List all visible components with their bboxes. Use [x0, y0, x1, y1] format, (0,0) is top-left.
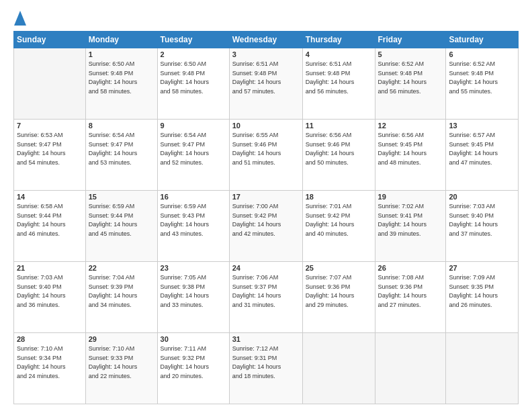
- svg-marker-0: [14, 11, 26, 26]
- calendar-cell: 4Sunrise: 6:51 AM Sunset: 9:48 PM Daylig…: [302, 48, 375, 120]
- day-info: Sunrise: 7:11 AM Sunset: 9:32 PM Dayligh…: [161, 345, 226, 381]
- calendar-day-header: Thursday: [302, 32, 375, 48]
- calendar-week-row: 1Sunrise: 6:50 AM Sunset: 9:48 PM Daylig…: [14, 48, 519, 120]
- calendar-cell: 11Sunrise: 6:56 AM Sunset: 9:46 PM Dayli…: [302, 120, 375, 191]
- calendar-week-row: 7Sunrise: 6:53 AM Sunset: 9:47 PM Daylig…: [14, 120, 519, 191]
- day-info: Sunrise: 6:52 AM Sunset: 9:48 PM Dayligh…: [449, 60, 515, 96]
- day-number: 3: [232, 50, 300, 58]
- day-info: Sunrise: 6:50 AM Sunset: 9:48 PM Dayligh…: [161, 60, 226, 96]
- day-info: Sunrise: 7:10 AM Sunset: 9:34 PM Dayligh…: [17, 345, 83, 381]
- day-info: Sunrise: 7:10 AM Sunset: 9:33 PM Dayligh…: [89, 345, 154, 381]
- day-info: Sunrise: 7:09 AM Sunset: 9:35 PM Dayligh…: [449, 273, 515, 310]
- day-number: 12: [378, 122, 443, 130]
- day-number: 8: [89, 122, 154, 130]
- day-number: 4: [306, 50, 372, 58]
- calendar-cell: 17Sunrise: 7:00 AM Sunset: 9:42 PM Dayli…: [229, 191, 302, 262]
- calendar-cell: 6Sunrise: 6:52 AM Sunset: 9:48 PM Daylig…: [446, 48, 519, 120]
- logo-icon: [14, 11, 26, 26]
- calendar-cell: [14, 48, 86, 120]
- calendar-cell: 12Sunrise: 6:56 AM Sunset: 9:45 PM Dayli…: [375, 120, 446, 191]
- calendar-cell: 30Sunrise: 7:11 AM Sunset: 9:32 PM Dayli…: [157, 333, 229, 404]
- day-info: Sunrise: 7:12 AM Sunset: 9:31 PM Dayligh…: [232, 345, 300, 381]
- day-number: 25: [306, 264, 372, 272]
- calendar-cell: 27Sunrise: 7:09 AM Sunset: 9:35 PM Dayli…: [446, 262, 519, 333]
- day-info: Sunrise: 6:54 AM Sunset: 9:47 PM Dayligh…: [89, 131, 154, 167]
- day-number: 19: [378, 193, 443, 201]
- calendar-day-header: Friday: [375, 32, 446, 48]
- calendar-cell: 2Sunrise: 6:50 AM Sunset: 9:48 PM Daylig…: [157, 48, 229, 120]
- day-number: 13: [449, 122, 515, 130]
- calendar-cell: 21Sunrise: 7:03 AM Sunset: 9:40 PM Dayli…: [14, 262, 86, 333]
- day-info: Sunrise: 7:02 AM Sunset: 9:41 PM Dayligh…: [378, 202, 443, 238]
- calendar-cell: 14Sunrise: 6:58 AM Sunset: 9:44 PM Dayli…: [14, 191, 86, 262]
- day-info: Sunrise: 7:01 AM Sunset: 9:42 PM Dayligh…: [306, 202, 372, 238]
- calendar-cell: 5Sunrise: 6:52 AM Sunset: 9:48 PM Daylig…: [375, 48, 446, 120]
- calendar-cell: [302, 333, 375, 404]
- day-info: Sunrise: 6:54 AM Sunset: 9:47 PM Dayligh…: [161, 131, 226, 167]
- day-info: Sunrise: 6:55 AM Sunset: 9:46 PM Dayligh…: [232, 131, 300, 167]
- calendar-cell: 1Sunrise: 6:50 AM Sunset: 9:48 PM Daylig…: [85, 48, 157, 120]
- day-number: 29: [89, 335, 154, 343]
- calendar-cell: 7Sunrise: 6:53 AM Sunset: 9:47 PM Daylig…: [14, 120, 86, 191]
- day-number: 16: [161, 193, 226, 201]
- day-info: Sunrise: 7:07 AM Sunset: 9:36 PM Dayligh…: [306, 273, 372, 310]
- calendar-day-header: Tuesday: [157, 32, 229, 48]
- day-info: Sunrise: 7:08 AM Sunset: 9:36 PM Dayligh…: [378, 273, 443, 310]
- calendar-header-row: SundayMondayTuesdayWednesdayThursdayFrid…: [14, 32, 519, 48]
- day-info: Sunrise: 7:06 AM Sunset: 9:37 PM Dayligh…: [232, 273, 300, 310]
- day-number: 24: [232, 264, 300, 272]
- calendar-cell: [375, 333, 446, 404]
- day-number: 7: [17, 122, 83, 130]
- calendar-cell: 13Sunrise: 6:57 AM Sunset: 9:45 PM Dayli…: [446, 120, 519, 191]
- calendar-cell: 22Sunrise: 7:04 AM Sunset: 9:39 PM Dayli…: [85, 262, 157, 333]
- calendar-cell: 19Sunrise: 7:02 AM Sunset: 9:41 PM Dayli…: [375, 191, 446, 262]
- calendar-cell: 10Sunrise: 6:55 AM Sunset: 9:46 PM Dayli…: [229, 120, 302, 191]
- day-number: 20: [449, 193, 515, 201]
- day-info: Sunrise: 7:03 AM Sunset: 9:40 PM Dayligh…: [449, 202, 515, 238]
- day-number: 9: [161, 122, 226, 130]
- calendar-cell: 25Sunrise: 7:07 AM Sunset: 9:36 PM Dayli…: [302, 262, 375, 333]
- day-info: Sunrise: 6:50 AM Sunset: 9:48 PM Dayligh…: [89, 60, 154, 96]
- calendar-cell: 3Sunrise: 6:51 AM Sunset: 9:48 PM Daylig…: [229, 48, 302, 120]
- calendar-table: SundayMondayTuesdayWednesdayThursdayFrid…: [13, 31, 519, 404]
- calendar-cell: 28Sunrise: 7:10 AM Sunset: 9:34 PM Dayli…: [14, 333, 86, 404]
- day-number: 1: [89, 50, 154, 58]
- calendar-week-row: 21Sunrise: 7:03 AM Sunset: 9:40 PM Dayli…: [14, 262, 519, 333]
- page: SundayMondayTuesdayWednesdayThursdayFrid…: [0, 0, 532, 411]
- calendar-week-row: 14Sunrise: 6:58 AM Sunset: 9:44 PM Dayli…: [14, 191, 519, 262]
- day-info: Sunrise: 7:05 AM Sunset: 9:38 PM Dayligh…: [161, 273, 226, 310]
- day-info: Sunrise: 6:51 AM Sunset: 9:48 PM Dayligh…: [306, 60, 372, 96]
- day-info: Sunrise: 6:56 AM Sunset: 9:45 PM Dayligh…: [378, 131, 443, 167]
- calendar-cell: 24Sunrise: 7:06 AM Sunset: 9:37 PM Dayli…: [229, 262, 302, 333]
- calendar-cell: 8Sunrise: 6:54 AM Sunset: 9:47 PM Daylig…: [85, 120, 157, 191]
- day-number: 23: [161, 264, 226, 272]
- day-number: 28: [17, 335, 83, 343]
- day-info: Sunrise: 6:52 AM Sunset: 9:48 PM Dayligh…: [378, 60, 443, 96]
- day-number: 17: [232, 193, 300, 201]
- day-number: 27: [449, 264, 515, 272]
- calendar-cell: 29Sunrise: 7:10 AM Sunset: 9:33 PM Dayli…: [85, 333, 157, 404]
- day-number: 10: [232, 122, 300, 130]
- calendar-cell: 20Sunrise: 7:03 AM Sunset: 9:40 PM Dayli…: [446, 191, 519, 262]
- calendar-cell: [446, 333, 519, 404]
- calendar-day-header: Sunday: [14, 32, 86, 48]
- calendar-cell: 9Sunrise: 6:54 AM Sunset: 9:47 PM Daylig…: [157, 120, 229, 191]
- day-number: 2: [161, 50, 226, 58]
- day-number: 11: [306, 122, 372, 130]
- day-number: 22: [89, 264, 154, 272]
- calendar-day-header: Wednesday: [229, 32, 302, 48]
- logo: [13, 11, 26, 26]
- day-number: 18: [306, 193, 372, 201]
- calendar-week-row: 28Sunrise: 7:10 AM Sunset: 9:34 PM Dayli…: [14, 333, 519, 404]
- calendar-day-header: Saturday: [446, 32, 519, 48]
- calendar-cell: 18Sunrise: 7:01 AM Sunset: 9:42 PM Dayli…: [302, 191, 375, 262]
- day-number: 15: [89, 193, 154, 201]
- day-info: Sunrise: 6:53 AM Sunset: 9:47 PM Dayligh…: [17, 131, 83, 167]
- day-info: Sunrise: 7:03 AM Sunset: 9:40 PM Dayligh…: [17, 273, 83, 310]
- header: [13, 11, 519, 26]
- calendar-cell: 23Sunrise: 7:05 AM Sunset: 9:38 PM Dayli…: [157, 262, 229, 333]
- day-info: Sunrise: 7:00 AM Sunset: 9:42 PM Dayligh…: [232, 202, 300, 238]
- day-number: 26: [378, 264, 443, 272]
- calendar-cell: 26Sunrise: 7:08 AM Sunset: 9:36 PM Dayli…: [375, 262, 446, 333]
- day-info: Sunrise: 6:58 AM Sunset: 9:44 PM Dayligh…: [17, 202, 83, 238]
